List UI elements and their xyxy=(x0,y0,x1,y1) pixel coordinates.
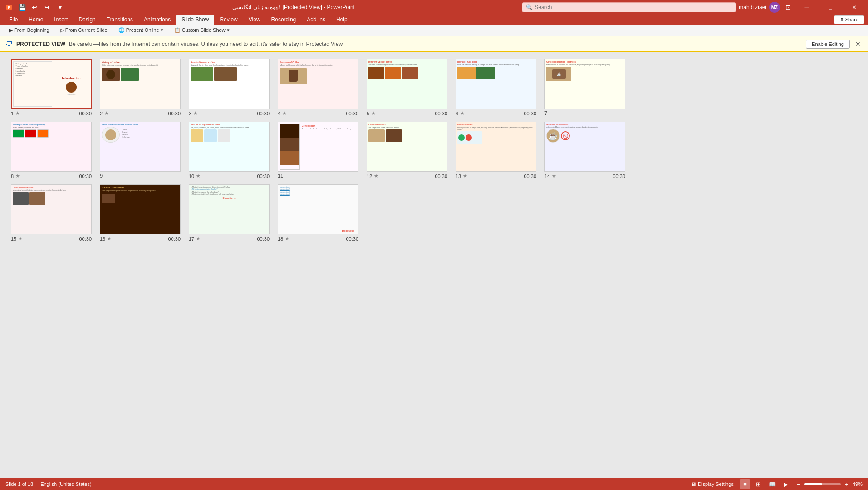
slide-count: Slide 1 of 18 xyxy=(5,481,33,487)
slide-item-14[interactable]: Who should not drink coffee: children un… xyxy=(544,122,626,179)
slide-thumb-2: History of coffee Coffee is the most con… xyxy=(100,59,181,109)
slide-item-7[interactable]: Coffee propagation – methods Arabica cof… xyxy=(544,59,626,116)
slide-info-7: 7 xyxy=(544,110,625,116)
share-button[interactable]: ⇑ Share xyxy=(834,15,864,24)
slide-info-14: 14★00:30 xyxy=(544,173,625,179)
slide-star-12: ★ xyxy=(374,173,378,179)
slide-number-5: 5 xyxy=(367,111,369,116)
ribbon-tabs: File Home Insert Design Transitions Anim… xyxy=(0,15,868,25)
slide-thumb-16: In Gone Generation : some people create … xyxy=(100,184,181,234)
status-left: Slide 1 of 18 English (United States) xyxy=(5,481,92,487)
zoom-slider[interactable] xyxy=(804,483,841,485)
tab-home[interactable]: Home xyxy=(23,15,49,25)
slide-item-2[interactable]: History of coffee Coffee is the most con… xyxy=(100,59,181,116)
slide-item-10[interactable]: What are the ingredients of coffee Milk,… xyxy=(189,122,270,179)
slide-item-11[interactable]: Coffee color : The colors of coffee bean… xyxy=(278,122,359,179)
slide-star-3: ★ xyxy=(193,110,198,116)
slide-star-17: ★ xyxy=(196,236,201,242)
redo-button[interactable]: ↪ xyxy=(42,2,53,13)
present-online-button[interactable]: 🌐 Present Online ▾ xyxy=(115,26,167,34)
save-button[interactable]: 💾 xyxy=(16,2,27,13)
zoom-in-button[interactable]: + xyxy=(843,480,851,488)
slide-item-5[interactable]: Different types of coffee Two main comme… xyxy=(367,59,448,116)
from-beginning-button[interactable]: ▶ From Beginning xyxy=(5,26,53,34)
custom-slide-show-button[interactable]: 📋 Custom Slide Show ▾ xyxy=(171,26,233,34)
slide-thumb-13: Benefits of coffee amazingly useful for … xyxy=(456,122,536,172)
status-bar: Slide 1 of 18 English (United States) 🖥 … xyxy=(0,478,868,490)
slide-item-4[interactable]: Features of Coffee coffee is slightly ac… xyxy=(278,59,359,116)
slide-info-10: 10★00:30 xyxy=(189,173,270,179)
tab-design[interactable]: Design xyxy=(73,15,101,25)
user-name: mahdi ziaei xyxy=(739,4,766,10)
tab-review[interactable]: Review xyxy=(214,15,243,25)
slide-item-15[interactable]: Coffee Roasting Places : some major at h… xyxy=(11,184,93,242)
slide-time-6: 00:30 xyxy=(524,111,536,116)
customize-qa-button[interactable]: ▾ xyxy=(54,2,65,13)
protected-message: Be careful—files from the Internet can c… xyxy=(69,41,802,47)
tab-file[interactable]: File xyxy=(4,15,23,25)
zoom-slider-fill xyxy=(804,483,822,485)
ribbon-display-button[interactable]: ⊡ xyxy=(783,2,794,13)
tab-insert[interactable]: Insert xyxy=(49,15,73,25)
slide-item-18[interactable]: resource link 1 resource link 2 resource… xyxy=(278,184,359,242)
minimize-button[interactable]: ─ xyxy=(796,0,817,15)
slide-number-14: 14 xyxy=(544,173,550,179)
slide-number-17: 17 xyxy=(189,236,194,242)
enable-editing-button[interactable]: Enable Editing xyxy=(806,40,850,49)
slide-thumb-9: Which countries consume the most coffee … xyxy=(100,122,181,172)
slide-thumb-11: Coffee color : The colors of coffee bean… xyxy=(278,122,358,172)
slide-item-13[interactable]: Benefits of coffee amazingly useful for … xyxy=(456,122,537,179)
slide-time-1: 00:30 xyxy=(79,111,92,116)
slide-star-10: ★ xyxy=(196,173,201,179)
tab-recording[interactable]: Recording xyxy=(266,15,302,25)
slide-number-7: 7 xyxy=(544,110,547,116)
slide-thumb-15: Coffee Roasting Places : some major at h… xyxy=(11,184,92,234)
slide-sorter-button[interactable]: ⊞ xyxy=(754,479,764,489)
display-settings-button[interactable]: 🖥 Display Settings xyxy=(688,480,736,488)
window-title: قهوه به زبان انگلیسی [Protected View] - … xyxy=(65,4,522,10)
ribbon-content: ▶ From Beginning ▷ From Current Slide 🌐 … xyxy=(0,25,868,36)
search-bar[interactable]: 🔍 xyxy=(522,2,736,12)
slide-item-16[interactable]: In Gone Generation : some people create … xyxy=(100,184,181,242)
slide-item-17[interactable]: 1.What is the most consumed drink in the… xyxy=(189,184,270,242)
search-input[interactable] xyxy=(535,4,732,10)
slide-thumb-18: resource link 1 resource link 2 resource… xyxy=(278,184,358,234)
language-indicator: English (United States) xyxy=(40,481,92,487)
slide-star-5: ★ xyxy=(371,110,376,116)
normal-view-button[interactable]: ≡ xyxy=(740,479,750,489)
maximize-button[interactable]: □ xyxy=(820,0,841,15)
tab-animations[interactable]: Animations xyxy=(138,15,176,25)
reading-view-button[interactable]: 📖 xyxy=(767,479,777,489)
protected-view-bar: 🛡 PROTECTED VIEW Be careful—files from t… xyxy=(0,36,868,52)
search-icon: 🔍 xyxy=(526,4,533,10)
close-button[interactable]: ✕ xyxy=(843,0,864,15)
slide-info-5: 5★00:30 xyxy=(367,110,447,116)
slide-item-12[interactable]: Coffee bean shape : The shape of the cof… xyxy=(367,122,448,179)
slideshow-button[interactable]: ▶ xyxy=(781,479,791,489)
from-current-slide-button[interactable]: ▷ From Current Slide xyxy=(57,26,111,34)
slide-item-8[interactable]: The largest coffee Producing country Bra… xyxy=(11,122,93,179)
slide-time-12: 00:30 xyxy=(435,173,447,179)
slide-thumb-10: What are the ingredients of coffee Milk,… xyxy=(189,122,270,172)
slide-item-6[interactable]: How are Fruits dried Fruits are dried wi… xyxy=(456,59,537,116)
user-avatar[interactable]: MZ xyxy=(769,2,780,13)
slide-time-15: 00:30 xyxy=(79,236,92,242)
slide-time-17: 00:30 xyxy=(257,236,270,242)
slide-item-1[interactable]: • History of coffee• Types of coffee• Fe… xyxy=(11,59,93,116)
slide-item-3[interactable]: How its Harvest coffee Harvested: they d… xyxy=(189,59,270,116)
slide-info-9: 9 xyxy=(100,173,181,178)
zoom-out-button[interactable]: − xyxy=(794,480,803,488)
undo-button[interactable]: ↩ xyxy=(29,2,40,13)
slide-info-2: 2★00:30 xyxy=(100,110,181,116)
tab-transitions[interactable]: Transitions xyxy=(101,15,138,25)
slide-info-18: 18★00:30 xyxy=(278,236,358,242)
tab-view[interactable]: View xyxy=(243,15,266,25)
shield-icon: 🛡 xyxy=(5,40,13,48)
close-protected-bar-button[interactable]: ✕ xyxy=(853,39,863,49)
tab-help[interactable]: Help xyxy=(331,15,353,25)
tab-addins[interactable]: Add-ins xyxy=(301,15,331,25)
slide-item-9[interactable]: Which countries consume the most coffee … xyxy=(100,122,181,179)
powerpoint-icon: P xyxy=(4,2,15,13)
slide-info-16: 16★00:30 xyxy=(100,236,181,242)
tab-slideshow[interactable]: Slide Show xyxy=(176,15,214,25)
